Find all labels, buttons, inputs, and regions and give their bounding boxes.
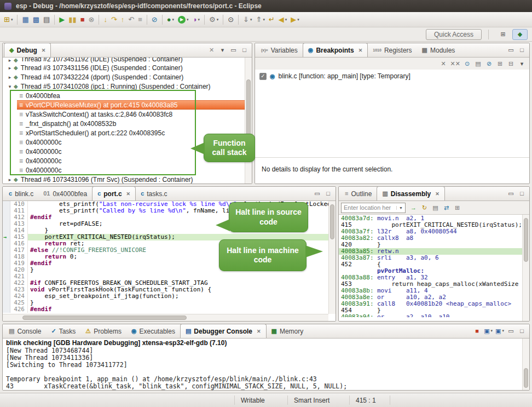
editor-ruler[interactable]	[3, 240, 10, 247]
debug-frame-row[interactable]: ≡_frxt_dispatch() at 0x4008532b	[17, 119, 245, 128]
editor-ruler[interactable]	[3, 273, 10, 280]
editor-ruler[interactable]	[3, 267, 10, 273]
run-icon[interactable]: ▶▾	[176, 14, 190, 26]
editor-horizontal-scrollbar[interactable]	[3, 314, 328, 321]
editor-ruler[interactable]	[3, 214, 10, 221]
disconnect-icon[interactable]: ⊗	[86, 14, 96, 26]
tab-outline[interactable]: ≡Outline	[340, 187, 377, 200]
debug-thread-row[interactable]: ▸◆Thread #3 1073431156 (IDLE) (Suspended…	[3, 63, 245, 72]
disassembly-line[interactable]: 40083a94:or a2, a10, a10	[339, 314, 522, 317]
debug-perspective-icon[interactable]: ◆	[512, 29, 528, 40]
drop-to-frame-icon[interactable]: ↶	[126, 14, 136, 26]
step-return-icon[interactable]: ↑	[119, 14, 126, 26]
suspend-icon[interactable]: ▮▮	[67, 14, 78, 26]
disassembly-content[interactable]: 40083a7d:movi.n a2, 1415 portEXIT_CRITIC…	[339, 215, 529, 321]
console-scrollbar[interactable]	[522, 339, 529, 390]
maximize-icon[interactable]: □	[518, 189, 526, 198]
step-into-icon[interactable]: ↓	[102, 14, 109, 26]
editor-ruler[interactable]	[3, 227, 10, 234]
minimize-icon[interactable]: ▭	[507, 326, 515, 335]
chevron-down-icon[interactable]: ▼	[396, 206, 403, 210]
next-annotation-icon[interactable]: ⇓▾	[241, 14, 253, 26]
minimize-icon[interactable]: ▭	[313, 189, 321, 198]
skip-all-breakpoints-icon[interactable]: ⊘	[485, 59, 493, 68]
view-menu-icon[interactable]: ▾	[518, 59, 526, 68]
debug-frame-row[interactable]: ≡0x4000bfea	[17, 91, 245, 100]
close-tab-icon[interactable]: ✕	[435, 191, 440, 197]
disassembly-line[interactable]: 40083a91:call8 0x40081b20 <heap_caps_mal…	[339, 301, 522, 307]
tab-blink-c[interactable]: cblink.c	[4, 187, 38, 200]
editor-ruler[interactable]	[3, 201, 10, 208]
disassembly-line[interactable]: 454}	[339, 307, 522, 314]
tab-problems[interactable]: ⚠Problems	[80, 324, 126, 338]
debug-thread-row[interactable]: ▸◆Thread #4 1073432224 (dport) (Suspende…	[3, 72, 245, 82]
maximize-icon[interactable]: □	[518, 326, 526, 335]
terminate-icon[interactable]: ■	[79, 14, 86, 26]
breakpoint-row[interactable]: ✓ ◉ blink.c [function: app_main] [type: …	[255, 70, 529, 83]
tab-tasks-c[interactable]: ctasks.c	[136, 187, 172, 200]
maximize-icon[interactable]: □	[324, 189, 332, 198]
search-icon[interactable]: ⊙	[226, 14, 235, 26]
editor-ruler[interactable]	[3, 254, 10, 260]
scrollbar-thumb[interactable]	[330, 204, 334, 239]
disassembly-line[interactable]: 452{	[339, 261, 522, 268]
scrollbar-thumb[interactable]	[22, 316, 187, 320]
disassembly-line[interactable]: 40083a82:callx8 a8	[339, 235, 522, 242]
forward-icon[interactable]: ▶▾	[289, 14, 301, 26]
expand-twisty-icon[interactable]: ▸	[6, 177, 14, 182]
go-to-file-for-breakpoint-icon[interactable]: ▤	[474, 59, 482, 68]
show-source-icon[interactable]: ▤	[431, 203, 440, 212]
tab-breakpoints[interactable]: ◉Breakpoints✕	[303, 43, 368, 57]
open-perspective-icon[interactable]: ⊞	[495, 29, 511, 40]
debug-thread-row[interactable]: ▸◆Thread #2 1073451192 (IDLE) (Suspended…	[3, 58, 245, 63]
save-all-icon[interactable]: ▩	[31, 14, 41, 26]
collapse-twisty-icon[interactable]: ▾	[6, 84, 14, 89]
back-icon[interactable]: ◀▾	[277, 14, 289, 26]
instruction-stepping-icon[interactable]: ≡	[136, 14, 144, 26]
scrollbar-thumb[interactable]	[524, 368, 528, 388]
new-wizard-icon[interactable]: ⊞▾	[2, 14, 14, 26]
save-icon[interactable]: ▦	[20, 14, 30, 26]
jump-to-pc-icon[interactable]: →	[409, 203, 418, 212]
expand-all-icon[interactable]: ⊞	[496, 59, 504, 68]
tab-debug[interactable]: ◆Debug✕	[4, 43, 51, 57]
print-icon[interactable]: ▤	[42, 14, 51, 26]
editor-vertical-scrollbar[interactable]	[328, 201, 336, 314]
view-menu-icon[interactable]: ▾	[218, 45, 227, 54]
expand-twisty-icon[interactable]: ▸	[6, 58, 14, 63]
tab-port-c[interactable]: cport.c✕	[92, 186, 136, 200]
editor-ruler[interactable]	[3, 300, 10, 306]
code-line[interactable]: 424 esp_set_breakpoint_if_jtag(function)…	[3, 293, 328, 300]
step-over-icon[interactable]: ↷	[109, 14, 119, 26]
refresh-view-icon[interactable]: ↻	[420, 203, 429, 212]
tab-0x4000bfea[interactable]: 010x4000bfea	[38, 187, 92, 200]
editor-ruler[interactable]	[3, 280, 10, 286]
tab-console[interactable]: ▤Console	[4, 324, 46, 338]
editor-ruler[interactable]	[3, 247, 10, 254]
editor-ruler[interactable]	[3, 221, 10, 227]
close-tab-icon[interactable]: ✕	[257, 329, 261, 334]
minimize-icon[interactable]: ▭	[507, 45, 515, 54]
display-selected-console-icon[interactable]: ▣▾	[484, 326, 493, 335]
link-with-debug-context-icon[interactable]: ⇄	[442, 203, 450, 212]
profile-icon[interactable]: ◑▾	[191, 14, 201, 26]
previous-annotation-icon[interactable]: ⇑▾	[254, 14, 266, 26]
skip-all-breakpoints-icon[interactable]: ⊘	[150, 14, 159, 26]
minimize-icon[interactable]: ▭	[229, 45, 238, 54]
disassembly-line[interactable]: 40083a87:srli a3, a0, 6	[339, 255, 522, 261]
tab-registers[interactable]: 1010Registers	[368, 43, 417, 57]
disassembly-location-input[interactable]: Enter location her ▼	[341, 203, 406, 213]
external-tools-icon[interactable]: ⚙▾	[207, 14, 220, 26]
close-tab-icon[interactable]: ✕	[42, 48, 46, 53]
quick-access-button[interactable]: Quick Access	[426, 29, 482, 40]
debug-frame-row[interactable]: ≡0x4000000c	[17, 165, 245, 175]
tab-disassembly[interactable]: ▥Disassembly✕	[377, 186, 444, 200]
open-console-icon[interactable]: ▣▾	[495, 326, 504, 335]
collapse-all-icon[interactable]: ⊟	[507, 59, 515, 68]
remove-all-terminated-icon[interactable]: ✕	[207, 45, 216, 54]
close-tab-icon[interactable]: ✕	[358, 48, 363, 53]
show-breakpoints-supported-icon[interactable]: ⊙	[463, 59, 471, 68]
close-tab-icon[interactable]: ✕	[126, 191, 131, 197]
debug-frame-row[interactable]: ≡vPortCPUReleaseMutex() at port.c:415 0x…	[17, 100, 245, 110]
editor-ruler[interactable]	[3, 286, 10, 293]
